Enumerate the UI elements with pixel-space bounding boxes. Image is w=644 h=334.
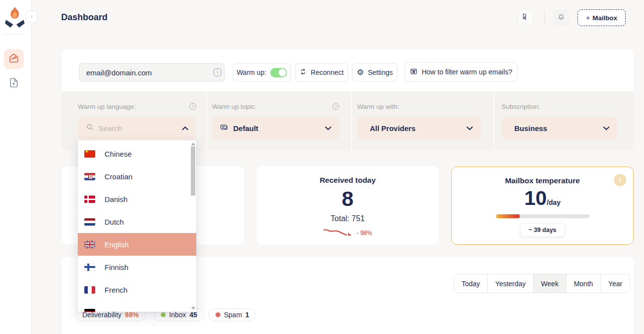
language-search-input[interactable]: Search (99, 124, 122, 133)
language-option-finnish[interactable]: Finnish (78, 256, 196, 278)
temperature-progress-bar (496, 214, 590, 218)
mailbox-temperature-card: ! Mailbox temperature 10 /day ~ 39 days (451, 167, 634, 245)
subscription-select[interactable]: Business (501, 117, 617, 139)
language-option-label: Chinese (105, 150, 132, 158)
video-icon (410, 67, 418, 77)
info-icon[interactable]: i (214, 68, 221, 76)
plus-icon: + (586, 14, 590, 22)
search-icon (86, 123, 94, 133)
provider-select[interactable]: All Providers (357, 117, 481, 139)
provider-select-value: All Providers (370, 124, 416, 133)
tab-week[interactable]: Week (534, 274, 567, 293)
topic-select-value: Default (233, 124, 258, 133)
tab-year[interactable]: Year (601, 274, 630, 293)
header-divider (544, 11, 545, 25)
book-icon (521, 12, 530, 23)
sidebar-item-dashboard[interactable] (4, 49, 24, 69)
flag-finnish-icon (84, 264, 95, 271)
received-trend-value: - 98% (357, 230, 372, 236)
chevron-up-icon (182, 124, 188, 133)
temperature-card-title: Mailbox temperature (452, 176, 633, 185)
warmup-toggle-label: Warm up: (237, 68, 266, 76)
inbox-value: 45 (189, 311, 197, 319)
language-option-danish[interactable]: Danish (78, 188, 196, 210)
temperature-progress-fill (496, 214, 520, 218)
language-option-label: French (105, 286, 128, 294)
temperature-eta-badge: ~ 39 days (520, 223, 565, 237)
deliverability-label: Deliverability (82, 311, 121, 319)
notifications-button[interactable] (553, 10, 569, 26)
spam-value: 1 (246, 311, 250, 319)
strip-divider (494, 91, 495, 150)
chat-icon (220, 123, 228, 134)
bell-icon (557, 12, 566, 23)
sidebar-divider (4, 34, 24, 34)
home-chart-icon (8, 52, 20, 66)
scrollbar-thumb[interactable] (191, 146, 195, 196)
flag-chinese-icon (84, 150, 95, 158)
reconnect-button-label: Reconnect (311, 68, 344, 76)
period-tab-group: Today Yesterday Week Month Year (454, 274, 630, 293)
language-select[interactable]: Search (78, 117, 196, 139)
chevron-down-icon (466, 124, 473, 133)
docs-button[interactable] (518, 10, 534, 26)
warmup-toggle-switch[interactable] (270, 68, 287, 77)
received-today-card: Received today 8 Total: 751 - 98% (256, 167, 439, 245)
toggle-knob (279, 69, 286, 76)
language-option-label: Danish (105, 195, 128, 203)
filter-label-subscription: Subscription: (501, 103, 540, 110)
reconnect-icon (299, 68, 307, 77)
language-option-label: Croatian (105, 172, 133, 181)
add-mailbox-button[interactable]: + Mailbox (577, 9, 626, 26)
sidebar: › (0, 0, 32, 334)
tab-month[interactable]: Month (567, 274, 601, 293)
sidebar-item-add-mailbox[interactable] (4, 74, 24, 94)
filter-label-topic: Warm up topic: (212, 103, 256, 110)
topic-select[interactable]: Default (212, 117, 339, 139)
logo-logs (5, 20, 13, 28)
inbox-label: Inbox (169, 311, 186, 319)
help-icon[interactable]: ? (332, 103, 339, 110)
language-option-french[interactable]: French (78, 278, 196, 301)
warmup-toggle-button[interactable]: Warm up: (233, 63, 291, 82)
gear-icon: ⚙ (357, 68, 364, 76)
received-card-title: Received today (256, 176, 439, 185)
filter-label-language: Warm up language: (78, 103, 136, 110)
language-option-label: English (105, 240, 129, 249)
help-icon[interactable]: ? (189, 103, 196, 110)
tab-yesterday[interactable]: Yesterday (488, 274, 534, 293)
strip-divider (206, 91, 207, 150)
dropdown-scrollbar[interactable] (190, 141, 196, 311)
scroll-down-icon[interactable] (191, 307, 195, 310)
tab-today[interactable]: Today (454, 274, 488, 293)
howto-filter-button[interactable]: How to filter warm up emails? (404, 62, 518, 82)
sidebar-expand-button[interactable]: › (26, 11, 37, 23)
add-mailbox-button-label: Mailbox (592, 14, 617, 22)
chevron-down-icon (325, 124, 331, 133)
spam-label: Spam (224, 311, 242, 319)
reconnect-button[interactable]: Reconnect (295, 63, 348, 82)
settings-button-label: Settings (368, 68, 393, 76)
flag-danish-icon (84, 196, 95, 203)
language-option-english[interactable]: English (78, 233, 196, 256)
language-option-croatian[interactable]: Croatian (78, 165, 196, 188)
warning-info-icon[interactable]: ! (614, 174, 626, 186)
language-option-dutch[interactable]: Dutch (78, 210, 196, 233)
settings-button[interactable]: ⚙ Settings (352, 63, 397, 82)
green-dot-icon (161, 312, 166, 317)
filter-label-provider: Warm up with: (357, 103, 399, 110)
flag-german-icon (84, 309, 95, 312)
language-option-label: Finnish (105, 263, 128, 271)
subscription-select-value: Business (514, 124, 547, 133)
red-dot-icon (215, 312, 220, 317)
page-title: Dashboard (61, 12, 107, 23)
strip-divider (351, 91, 352, 150)
language-option-german-partial[interactable] (78, 301, 196, 312)
language-option-chinese[interactable]: Chinese (78, 142, 196, 165)
howto-filter-label: How to filter warm up emails? (422, 68, 512, 76)
scroll-up-icon[interactable] (191, 142, 195, 145)
email-input[interactable] (79, 63, 225, 82)
received-today-value: 8 (256, 188, 439, 209)
flag-english-icon (84, 241, 95, 248)
spam-badge[interactable]: Spam 1 (209, 308, 256, 321)
